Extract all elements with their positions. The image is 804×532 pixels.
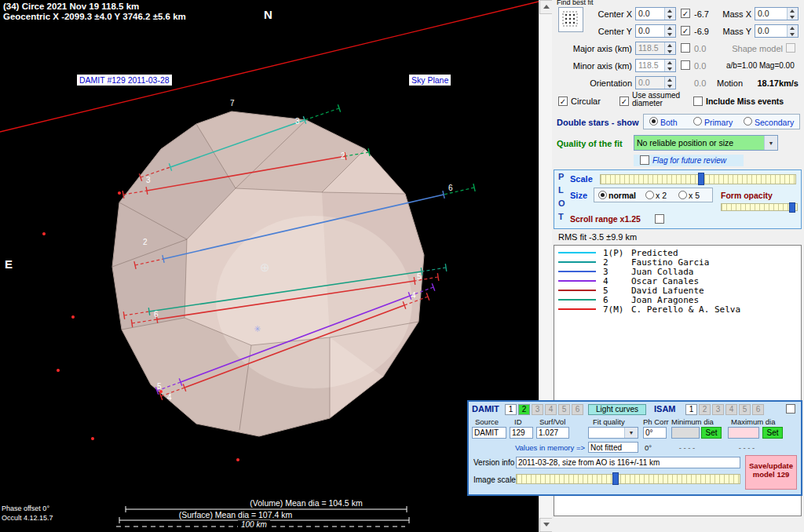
list-item[interactable]: 4 Oscar Canales bbox=[554, 276, 801, 286]
quality-of-fit-value: No reliable position or size bbox=[634, 138, 764, 148]
save-update-model-button[interactable]: Save/update model 129 bbox=[745, 455, 797, 490]
check-icon: ✓ bbox=[621, 97, 627, 106]
max-dia-field[interactable] bbox=[728, 427, 759, 439]
isam-model-6-button[interactable]: 6 bbox=[752, 404, 764, 415]
ph-corr-field[interactable]: 0° bbox=[643, 427, 667, 439]
center-y-stepper[interactable]: 0.0 bbox=[635, 24, 676, 38]
isam-model-1-button[interactable]: 1 bbox=[685, 404, 697, 415]
list-item[interactable]: 3 Juan Collada bbox=[554, 267, 801, 276]
legend-swatch bbox=[558, 259, 596, 266]
damit-model-3-button[interactable]: 3 bbox=[532, 404, 543, 415]
star-marker-icon: ✳ bbox=[254, 324, 261, 334]
center-x-stepper[interactable]: 0.0 bbox=[635, 7, 676, 20]
scale-slider-thumb[interactable] bbox=[698, 173, 704, 185]
double-secondary-radio[interactable] bbox=[744, 117, 752, 126]
include-miss-checkbox[interactable] bbox=[693, 97, 703, 106]
light-curves-button[interactable]: Light curves bbox=[588, 404, 646, 415]
list-item[interactable]: 1(P) Predicted bbox=[554, 248, 801, 257]
major-resid-checkbox[interactable] bbox=[681, 43, 690, 53]
chord-line bbox=[305, 108, 339, 120]
spin-up-icon[interactable] bbox=[665, 8, 675, 14]
orientation-stepper[interactable]: 0.0 bbox=[635, 76, 676, 89]
model-panel-checkbox[interactable] bbox=[786, 404, 795, 414]
plot-letter-o: O bbox=[558, 199, 565, 208]
check-icon: ✓ bbox=[682, 27, 689, 35]
major-axis-stepper[interactable]: 118.5 bbox=[635, 42, 676, 55]
list-item[interactable]: 5 David Lafuente bbox=[554, 286, 801, 295]
size-x5-radio[interactable] bbox=[678, 191, 687, 199]
spin-down-icon[interactable] bbox=[788, 31, 798, 38]
max-dia-set-button[interactable]: Set bbox=[762, 427, 783, 439]
find-best-fit-button[interactable] bbox=[558, 7, 583, 32]
double-primary-label: Primary bbox=[704, 118, 733, 127]
circular-checkbox[interactable]: ✓ bbox=[558, 97, 568, 106]
isam-model-4-button[interactable]: 4 bbox=[725, 404, 737, 415]
damit-model-2-button[interactable]: 2 bbox=[518, 404, 530, 415]
id-field[interactable]: 129 bbox=[510, 427, 533, 439]
image-scale-thumb[interactable] bbox=[612, 472, 619, 485]
minor-resid: 0.0 bbox=[694, 61, 706, 71]
memory-max-value: - - - - bbox=[731, 443, 762, 452]
spin-up-icon[interactable] bbox=[665, 25, 675, 31]
damit-model-4-button[interactable]: 4 bbox=[545, 404, 557, 415]
min-dia-set-button[interactable]: Set bbox=[701, 427, 722, 439]
mass-y-stepper[interactable]: 0.0 bbox=[755, 24, 799, 38]
flag-review-checkbox[interactable] bbox=[640, 155, 649, 165]
plot-letter-l: L bbox=[558, 185, 564, 195]
minor-axis-stepper[interactable]: 118.5 bbox=[635, 59, 676, 72]
quality-of-fit-label: Quality of the fit bbox=[557, 139, 623, 148]
stray-star-dot bbox=[91, 437, 94, 440]
image-scale-slider[interactable] bbox=[516, 474, 740, 484]
center-y-resid-checkbox[interactable]: ✓ bbox=[681, 26, 690, 35]
damit-model-5-button[interactable]: 5 bbox=[558, 404, 570, 415]
chord-line bbox=[437, 273, 438, 281]
geocentric-coords: Geocentric X -2099.3 ±4.0 Y 3746.2 ±5.6 … bbox=[3, 12, 186, 21]
spin-up-icon[interactable] bbox=[788, 25, 798, 31]
sky-plane-canvas: 73322665454 (34) Circe 2021 Nov 19 118.5… bbox=[0, 0, 539, 532]
mass-x-stepper[interactable]: 0.0 bbox=[755, 7, 799, 20]
source-field[interactable]: DAMIT bbox=[472, 427, 506, 439]
spin-down-icon[interactable] bbox=[665, 31, 675, 38]
plot-settings-box: P L O T Scale Size normal x 2 x 5 Form o… bbox=[554, 169, 802, 229]
double-both-radio[interactable] bbox=[649, 117, 658, 126]
north-label: N bbox=[264, 8, 272, 21]
spin-up-icon[interactable] bbox=[788, 8, 798, 14]
dotted-grid-icon bbox=[559, 8, 581, 30]
double-primary-radio[interactable] bbox=[693, 117, 702, 126]
isam-model-3-button[interactable]: 3 bbox=[712, 404, 724, 415]
use-assumed-checkbox[interactable]: ✓ bbox=[619, 97, 629, 106]
legend-name: C. Perello & A. Selva bbox=[631, 304, 740, 315]
find-best-fit-caption: Find best fit bbox=[557, 0, 594, 6]
chevron-down-icon[interactable]: ▼ bbox=[624, 428, 638, 438]
surfvol-field[interactable]: 1.027 bbox=[536, 427, 569, 439]
form-opacity-thumb[interactable] bbox=[789, 202, 795, 213]
spin-down-icon[interactable] bbox=[665, 66, 675, 72]
list-item[interactable]: 7(M) C. Perello & A. Selva bbox=[554, 304, 801, 314]
damit-model-6-button[interactable]: 6 bbox=[572, 404, 583, 415]
scale-slider[interactable] bbox=[600, 174, 796, 184]
spin-down-icon[interactable] bbox=[788, 14, 798, 20]
minor-resid-checkbox[interactable] bbox=[681, 60, 690, 70]
size-x2-radio[interactable] bbox=[645, 191, 654, 199]
mass-y-value: 0.0 bbox=[755, 25, 787, 37]
double-stars-label: Double stars - show bbox=[557, 118, 639, 127]
min-dia-field[interactable] bbox=[671, 427, 700, 439]
fit-quality-dropdown[interactable]: ▼ bbox=[588, 427, 638, 439]
form-opacity-slider[interactable] bbox=[721, 203, 798, 211]
scale-bar-label: 100 km bbox=[238, 520, 270, 529]
damit-model-1-button[interactable]: 1 bbox=[505, 404, 517, 415]
spin-up-icon[interactable] bbox=[665, 60, 675, 66]
quality-of-fit-dropdown[interactable]: No reliable position or size ▼ bbox=[634, 135, 778, 151]
shape-model-checkbox[interactable] bbox=[786, 43, 795, 53]
chevron-down-icon[interactable]: ▼ bbox=[764, 136, 777, 150]
version-info-field[interactable]: 2011-03-28, size from AO is 116+/-11 km bbox=[516, 457, 740, 468]
list-item[interactable]: 6 Joan Aragones bbox=[554, 295, 801, 304]
size-normal-radio[interactable] bbox=[598, 191, 607, 199]
list-item[interactable]: 2 Faustino Garcia bbox=[554, 257, 801, 267]
damit-model-tag: DAMIT #129 2011-03-28 bbox=[77, 75, 172, 86]
spin-down-icon[interactable] bbox=[665, 14, 675, 20]
isam-model-2-button[interactable]: 2 bbox=[699, 404, 711, 415]
isam-model-5-button[interactable]: 5 bbox=[739, 404, 751, 415]
scroll-range-checkbox[interactable] bbox=[655, 214, 664, 224]
center-x-resid-checkbox[interactable]: ✓ bbox=[681, 9, 690, 18]
